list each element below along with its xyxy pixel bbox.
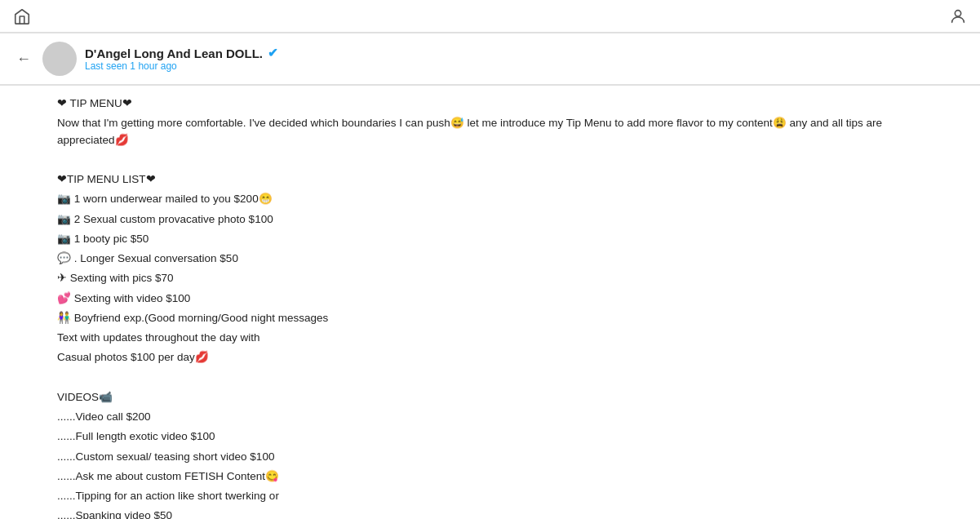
profile-info: D'Angel Long And Lean DOLL. ✔ Last seen … <box>85 46 278 72</box>
msg-line2: Now that I'm getting more comfortable. I… <box>57 115 923 149</box>
msg-line4: ❤TIP MENU LIST❤ <box>57 171 923 188</box>
name-text: D'Angel Long And Lean DOLL. <box>85 47 263 60</box>
profile-name: D'Angel Long And Lean DOLL. ✔ <box>85 46 278 60</box>
home-icon[interactable] <box>13 7 31 25</box>
msg-line21: ......Spanking video $50 <box>57 508 923 519</box>
profile-header: ← D'Angel Long And Lean DOLL. ✔ Last see… <box>0 33 980 85</box>
msg-line17: ......Full length exotic video $100 <box>57 428 923 445</box>
msg-line9: ✈ Sexting with pics $70 <box>57 270 923 286</box>
user-icon[interactable] <box>949 7 967 25</box>
svg-point-0 <box>955 10 960 16</box>
msg-line7: 📷 1 booty pic $50 <box>57 231 923 247</box>
msg-line6: 📷 2 Sexual custom provacative photo $100 <box>57 211 923 228</box>
message-body: ❤ TIP MENU❤ Now that I'm getting more co… <box>57 95 923 519</box>
msg-line11: 👫 Boyfriend exp.(Good morning/Good night… <box>57 310 923 326</box>
msg-line3 <box>57 152 923 168</box>
msg-line8: 💬 . Longer Sexual conversation $50 <box>57 251 923 267</box>
msg-line1: ❤ TIP MENU❤ <box>57 95 923 112</box>
msg-line12: Text with updates throughout the day wit… <box>57 330 923 346</box>
message-content: ❤ TIP MENU❤ Now that I'm getting more co… <box>0 86 980 519</box>
msg-line5: 📷 1 worn underwear mailed to you $200😁 <box>57 191 923 207</box>
top-nav <box>0 0 980 33</box>
avatar <box>42 42 77 76</box>
msg-line13: Casual photos $100 per day💋 <box>57 349 923 366</box>
back-button[interactable]: ← <box>13 51 34 68</box>
msg-line14 <box>57 370 923 386</box>
msg-line20: ......Tipping for an action like short t… <box>57 488 923 504</box>
msg-line16: ......Video call $200 <box>57 409 923 425</box>
msg-line15: VIDEOS📹 <box>57 389 923 406</box>
msg-line19: ......Ask me about custom FETISH Content… <box>57 468 923 485</box>
last-seen: Last seen 1 hour ago <box>85 60 278 72</box>
msg-line10: 💕 Sexting with video $100 <box>57 291 923 307</box>
msg-line18: ......Custom sexual/ teasing short video… <box>57 449 923 465</box>
verified-icon: ✔ <box>268 46 278 60</box>
